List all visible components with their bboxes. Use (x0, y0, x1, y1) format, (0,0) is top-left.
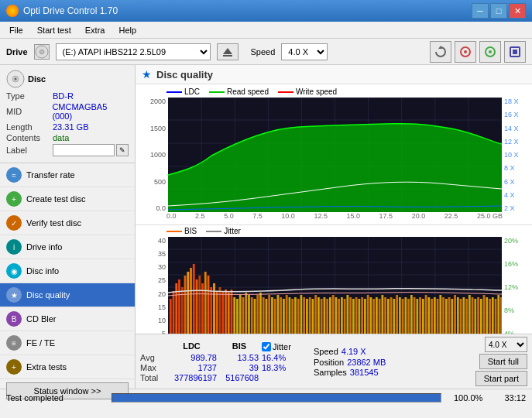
stats-total-label: Total (140, 373, 163, 382)
disc-label-input[interactable] (53, 144, 115, 156)
speed-select[interactable]: 4.0 X (281, 43, 328, 60)
chart1-x-axis: 0.0 2.5 5.0 7.5 10.0 12.5 15.0 17.5 20.0… (166, 212, 503, 220)
svg-rect-111 (361, 297, 363, 334)
stats-ldc-col: LDC 989.78 1737 377896197 (166, 341, 217, 382)
label-edit-button[interactable]: ✎ (116, 144, 129, 156)
sidebar-label-disc-quality: Disc quality (26, 290, 70, 300)
menu-start-test[interactable]: Start test (31, 24, 77, 36)
ldc-color (166, 91, 182, 93)
svg-rect-98 (324, 297, 326, 334)
stats-ldc-header: LDC (166, 341, 217, 352)
sidebar-item-fe-te[interactable]: ≡ FE / TE (0, 331, 135, 355)
svg-rect-108 (352, 299, 355, 334)
drive-btn3[interactable] (479, 41, 501, 63)
stats-speed-value: 4.19 X (342, 347, 366, 356)
svg-rect-106 (346, 295, 348, 334)
svg-rect-119 (384, 297, 386, 334)
panel-icon: ★ (142, 68, 152, 81)
legend-jitter: Jitter (206, 227, 241, 235)
quality-speed-select[interactable]: 4.0 X (485, 337, 527, 352)
svg-point-6 (464, 50, 467, 53)
disc-length-value: 23.31 GB (53, 122, 88, 132)
svg-rect-45 (170, 299, 172, 334)
disc-type-value: BD-R (53, 91, 74, 101)
sidebar-item-verify-test-disc[interactable]: ✓ Verify test disc (0, 211, 135, 235)
disc-icon (6, 70, 25, 88)
svg-rect-135 (431, 299, 433, 334)
svg-rect-69 (239, 295, 242, 334)
menu-file[interactable]: File (3, 24, 29, 36)
eject-button[interactable] (217, 43, 239, 60)
chart2-y-axis-left: 40 35 30 25 20 15 10 5 (139, 237, 168, 334)
sidebar-item-drive-info[interactable]: i Drive info (0, 235, 135, 259)
svg-rect-73 (251, 297, 253, 334)
menu-extra[interactable]: Extra (79, 24, 112, 36)
svg-rect-125 (402, 299, 404, 334)
chart1: LDC Read speed Write speed 2000 (136, 86, 532, 225)
svg-rect-133 (425, 295, 427, 334)
stats-total-ldc: 377896197 (166, 373, 217, 382)
start-full-button[interactable]: Start full (479, 354, 527, 369)
svg-rect-94 (312, 299, 314, 334)
sidebar-item-disc-quality[interactable]: ★ Disc quality (0, 283, 135, 307)
legend-bis: BIS (166, 227, 197, 235)
jitter-label: Jitter (273, 342, 291, 351)
svg-rect-130 (416, 299, 418, 334)
speed-label: Speed (251, 47, 276, 57)
svg-rect-148 (469, 295, 471, 334)
sidebar-item-disc-info[interactable]: ◉ Disc info (0, 259, 135, 283)
legend-write-speed-label: Write speed (296, 87, 337, 96)
svg-rect-47 (175, 283, 177, 334)
sidebar-item-cd-bler[interactable]: B CD Bler (0, 307, 135, 331)
svg-rect-92 (306, 299, 308, 334)
write-speed-color (278, 91, 293, 93)
svg-rect-71 (245, 293, 247, 334)
svg-rect-116 (376, 297, 378, 334)
verify-test-icon: ✓ (6, 215, 22, 231)
svg-rect-99 (326, 299, 328, 334)
svg-rect-121 (390, 297, 393, 334)
maximize-button[interactable]: □ (490, 3, 507, 19)
menu-help[interactable]: Help (112, 24, 142, 36)
panel-title: Disc quality (156, 69, 213, 81)
disc-info-panel: Disc Type BD-R MID CMCMAGBA5 (000) Lengt… (0, 65, 135, 163)
chart2-svg-container (168, 237, 502, 334)
svg-rect-112 (364, 299, 366, 334)
svg-rect-87 (291, 299, 293, 334)
svg-rect-76 (259, 293, 262, 334)
svg-rect-81 (274, 299, 276, 334)
nav-items: ≈ Transfer rate + Create test disc ✓ Ver… (0, 163, 135, 379)
svg-rect-93 (309, 297, 311, 334)
svg-rect-152 (480, 299, 482, 334)
progress-text: 100.0% (454, 393, 489, 403)
disc-type-row: Type BD-R (6, 91, 129, 101)
svg-rect-149 (472, 297, 474, 334)
jitter-checkbox[interactable] (262, 342, 271, 351)
disc-header: Disc (6, 70, 129, 88)
stats-max-ldc: 1737 (166, 363, 217, 372)
stats-max-label: Max (140, 363, 163, 372)
sidebar-item-transfer-rate[interactable]: ≈ Transfer rate (0, 163, 135, 187)
drive-btn4[interactable] (504, 41, 526, 63)
legend-ldc: LDC (166, 87, 200, 96)
sidebar-item-create-test-disc[interactable]: + Create test disc (0, 187, 135, 211)
chart1-svg-container (168, 98, 502, 212)
drive-select[interactable]: (E:) ATAPI iHBS212 2.5L09 (56, 43, 211, 60)
minimize-button[interactable]: ─ (472, 3, 489, 19)
refresh-button[interactable] (430, 41, 451, 63)
stats-row-labels: Avg Max Total (140, 341, 163, 382)
drive-btn2[interactable] (455, 41, 476, 63)
disc-mid-value: CMCMAGBA5 (000) (52, 102, 129, 121)
close-button[interactable]: ✕ (509, 3, 526, 19)
speed-selector-row: 4.0 X (485, 337, 527, 352)
read-speed-color (209, 91, 225, 93)
drive-bar: Drive (E:) ATAPI iHBS212 2.5L09 Speed 4.… (0, 39, 532, 65)
sidebar-item-extra-tests[interactable]: + Extra tests (0, 355, 135, 379)
app-icon (6, 5, 19, 17)
sidebar-label-transfer-rate: Transfer rate (26, 170, 75, 180)
drive-action-icons (430, 41, 526, 63)
start-part-button[interactable]: Start part (475, 371, 527, 386)
svg-rect-89 (297, 299, 300, 334)
disc-contents-row: Contents data (6, 133, 129, 142)
stats-avg-ldc: 989.78 (166, 353, 217, 362)
